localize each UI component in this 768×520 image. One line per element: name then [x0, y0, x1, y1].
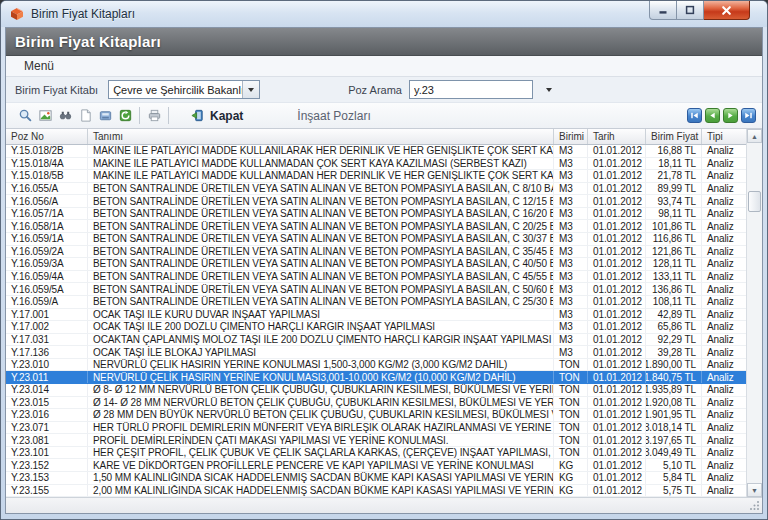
- table-row[interactable]: Y.23.015 Ø 14- Ø 28 MM NERVÜRLÜ BETON ÇE…: [6, 397, 746, 410]
- table-row[interactable]: Y.23.071 HER TÜRLÜ PROFİL DEMİRLERİN MÜN…: [6, 422, 746, 435]
- cell-tanimi: BETON SANTRALİNDE ÜRETİLEN VEYA SATIN AL…: [88, 258, 554, 270]
- previous-record-button[interactable]: [705, 108, 720, 123]
- table-row[interactable]: Y.16.057/1A BETON SANTRALİNDE ÜRETİLEN V…: [6, 208, 746, 221]
- cell-poz-no: Y.16.059/1A: [6, 233, 88, 245]
- column-header-poz-no[interactable]: Poz No: [6, 129, 88, 144]
- toolbar-separator: [168, 107, 169, 124]
- column-header-birim-fiyat[interactable]: Birim Fiyat: [646, 129, 702, 144]
- cell-birim-fiyat: 101,86 TL: [646, 220, 702, 232]
- table-row[interactable]: Y.23.016 Ø 28 MM DEN BÜYÜK NERVÜRLÜ BETO…: [6, 409, 746, 422]
- last-record-button[interactable]: [741, 108, 756, 123]
- cell-poz-no: Y.23.010: [6, 359, 88, 371]
- cell-birim-fiyat: 128,11 TL: [646, 258, 702, 270]
- table-row[interactable]: Y.23.014 Ø 8- Ø 12 MM NERVÜRLÜ BETON ÇEL…: [6, 384, 746, 397]
- table-row[interactable]: Y.23.010 NERVÜRLÜ ÇELİK HASIRIN YERİNE K…: [6, 359, 746, 372]
- table-row[interactable]: Y.15.018/2B MAKİNE İLE PATLAYICI MADDE K…: [6, 145, 746, 158]
- cell-poz-no: Y.16.059/3A: [6, 258, 88, 270]
- table-row[interactable]: Y.17.136 OCAK TAŞI İLE BLOKAJ YAPILMASI …: [6, 346, 746, 359]
- cell-tipi: Analiz: [702, 434, 746, 446]
- cell-birim-fiyat: 16,88 TL: [646, 145, 702, 157]
- cell-tipi: Analiz: [702, 233, 746, 245]
- cell-tarih: 01.01.2012: [588, 346, 646, 358]
- column-header-birimi[interactable]: Birimi: [554, 129, 588, 144]
- table-row[interactable]: Y.16.059/5A BETON SANTRALİNDE ÜRETİLEN V…: [6, 283, 746, 296]
- cell-birimi: M3: [554, 170, 588, 182]
- status-bar: [6, 497, 762, 513]
- cell-tipi: Analiz: [702, 170, 746, 182]
- data-grid: Poz No Tanımı Birimi Tarih Birim Fiyat T…: [6, 129, 762, 497]
- cell-poz-no: Y.16.059/5A: [6, 283, 88, 295]
- cell-birimi: M3: [554, 246, 588, 258]
- cell-tipi: Analiz: [702, 309, 746, 321]
- table-row[interactable]: Y.23.152 KARE VE DİKDÖRTGEN PROFİLLERLE …: [6, 459, 746, 472]
- menu-item-menu[interactable]: Menü: [18, 58, 60, 74]
- cell-poz-no: Y.23.155: [6, 485, 88, 497]
- table-row[interactable]: Y.16.059/A BETON SANTRALİNDE ÜRETİLEN VE…: [6, 296, 746, 309]
- preview-icon[interactable]: [15, 106, 35, 126]
- column-header-tipi[interactable]: Tipi: [702, 129, 746, 144]
- maximize-button[interactable]: [677, 1, 704, 20]
- table-row[interactable]: Y.15.018/4A MAKİNE İLE PATLAYICI MADDE K…: [6, 158, 746, 171]
- table-row[interactable]: Y.23.101 HER ÇEŞİT PROFİL, ÇELİK ÇUBUK V…: [6, 447, 746, 460]
- kapat-button[interactable]: Kapat: [185, 106, 251, 125]
- filter-row: Birim Fiyat Kitabı Çevre ve Şehircilik B…: [6, 77, 762, 103]
- column-header-tanimi[interactable]: Tanımı: [88, 129, 554, 144]
- cell-tipi: Analiz: [702, 220, 746, 232]
- cell-tanimi: HER ÇEŞİT PROFİL, ÇELİK ÇUBUK VE ÇELİK S…: [88, 447, 554, 459]
- chevron-down-icon[interactable]: [242, 81, 259, 98]
- cell-poz-no: Y.23.081: [6, 434, 88, 446]
- search-input[interactable]: [409, 80, 533, 99]
- table-row[interactable]: Y.16.059/3A BETON SANTRALİNDE ÜRETİLEN V…: [6, 258, 746, 271]
- scroll-down-button[interactable]: ▼: [747, 483, 762, 497]
- cell-tarih: 01.01.2012: [588, 183, 646, 195]
- minimize-button[interactable]: [649, 1, 677, 20]
- refresh-icon[interactable]: [115, 106, 135, 126]
- table-row[interactable]: Y.17.002 OCAK TAŞI İLE 200 DOZLU ÇİMENTO…: [6, 321, 746, 334]
- resize-grip[interactable]: [749, 500, 760, 511]
- image-icon[interactable]: [35, 106, 55, 126]
- maximize-icon: [685, 5, 695, 15]
- table-row[interactable]: Y.17.001 OCAK TAŞI İLE KURU DUVAR İNŞAAT…: [6, 309, 746, 322]
- close-button[interactable]: [704, 1, 750, 20]
- table-row[interactable]: Y.23.011 NERVÜRLÜ ÇELİK HASIRIN YERİNE K…: [6, 371, 746, 384]
- book-select-value: Çevre ve Şehircilik Bakanlığı: [109, 84, 242, 96]
- print-icon[interactable]: [144, 106, 164, 126]
- scrollbar-thumb[interactable]: [748, 191, 761, 212]
- cell-birim-fiyat: 89,99 TL: [646, 183, 702, 195]
- table-row[interactable]: Y.16.058/1A BETON SANTRALİNDE ÜRETİLEN V…: [6, 220, 746, 233]
- cell-birimi: TON: [554, 422, 588, 434]
- save-icon[interactable]: [95, 106, 115, 126]
- table-row[interactable]: Y.23.081 PROFİL DEMİRLERİNDEN ÇATI MAKAS…: [6, 434, 746, 447]
- cell-birimi: M3: [554, 321, 588, 333]
- next-icon: [726, 111, 735, 120]
- scrollbar-track[interactable]: [747, 143, 762, 483]
- close-icon: [721, 5, 732, 16]
- table-row[interactable]: Y.16.059/2A BETON SANTRALİNDE ÜRETİLEN V…: [6, 246, 746, 259]
- table-row[interactable]: Y.23.155 2,00 MM KALINLIĞINDA SICAK HADD…: [6, 485, 746, 497]
- cell-birimi: TON: [554, 384, 588, 396]
- table-row[interactable]: Y.16.059/4A BETON SANTRALİNDE ÜRETİLEN V…: [6, 271, 746, 284]
- column-header-tarih[interactable]: Tarih: [588, 129, 646, 144]
- cell-tanimi: OCAK TAŞI İLE 200 DOZLU ÇİMENTO HARÇLI K…: [88, 321, 554, 333]
- table-row[interactable]: Y.16.055/A BETON SANTRALİNDE ÜRETİLEN VE…: [6, 183, 746, 196]
- table-row[interactable]: Y.23.153 1,50 MM KALINLIĞINDA SICAK HADD…: [6, 472, 746, 485]
- cell-tarih: 01.01.2012: [588, 220, 646, 232]
- find-icon[interactable]: [55, 106, 75, 126]
- cell-tarih: 01.01.2012: [588, 258, 646, 270]
- first-record-button[interactable]: [687, 108, 702, 123]
- table-row[interactable]: Y.15.018/5B MAKİNE İLE PATLAYICI MADDE K…: [6, 170, 746, 183]
- table-row[interactable]: Y.16.059/1A BETON SANTRALİNDE ÜRETİLEN V…: [6, 233, 746, 246]
- new-document-icon[interactable]: [75, 106, 95, 126]
- table-row[interactable]: Y.16.056/A BETON SANTRALİNDE ÜRETİLEN VE…: [6, 195, 746, 208]
- record-navigator: [687, 108, 756, 123]
- cell-tarih: 01.01.2012: [588, 195, 646, 207]
- book-select[interactable]: Çevre ve Şehircilik Bakanlığı: [108, 80, 260, 99]
- cell-tipi: Analiz: [702, 271, 746, 283]
- cell-birimi: M3: [554, 183, 588, 195]
- cell-birim-fiyat: 108,11 TL: [646, 296, 702, 308]
- search-dropdown-icon[interactable]: [542, 83, 556, 97]
- cell-tarih: 01.01.2012: [588, 485, 646, 497]
- next-record-button[interactable]: [723, 108, 738, 123]
- scroll-up-button[interactable]: ▲: [747, 129, 762, 143]
- table-row[interactable]: Y.17.031 OCAKTAN ÇAPLANMIŞ MOLOZ TAŞI İL…: [6, 334, 746, 347]
